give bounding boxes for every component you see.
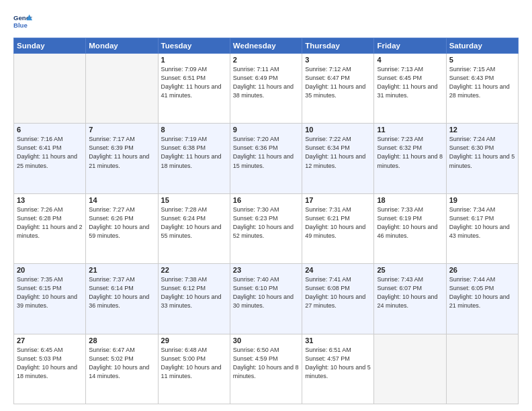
day-number: 17	[305, 196, 371, 204]
day-number: 18	[377, 196, 443, 204]
day-info: Sunrise: 6:50 AM Sunset: 4:59 PM Dayligh…	[233, 346, 299, 381]
day-number: 28	[89, 336, 154, 345]
calendar-table: SundayMondayTuesdayWednesdayThursdayFrid…	[13, 38, 519, 404]
calendar-cell: 1Sunrise: 7:09 AM Sunset: 6:51 PM Daylig…	[158, 54, 230, 124]
day-info: Sunrise: 7:28 AM Sunset: 6:24 PM Dayligh…	[161, 205, 227, 240]
day-number: 30	[233, 336, 299, 345]
day-info: Sunrise: 7:31 AM Sunset: 6:21 PM Dayligh…	[305, 205, 371, 240]
day-info: Sunrise: 7:34 AM Sunset: 6:17 PM Dayligh…	[449, 205, 515, 240]
day-info: Sunrise: 7:41 AM Sunset: 6:08 PM Dayligh…	[305, 275, 371, 310]
calendar-cell: 8Sunrise: 7:19 AM Sunset: 6:38 PM Daylig…	[158, 124, 230, 193]
calendar-cell	[446, 334, 518, 404]
calendar-cell: 29Sunrise: 6:48 AM Sunset: 5:00 PM Dayli…	[158, 334, 230, 404]
weekday-sunday: Sunday	[14, 38, 86, 54]
calendar-cell	[86, 54, 158, 124]
calendar-week-2: 6Sunrise: 7:16 AM Sunset: 6:41 PM Daylig…	[14, 124, 519, 193]
calendar-cell	[374, 334, 446, 404]
day-number: 15	[161, 196, 227, 204]
day-info: Sunrise: 7:15 AM Sunset: 6:43 PM Dayligh…	[449, 65, 515, 100]
calendar-cell	[14, 54, 86, 124]
calendar-cell: 21Sunrise: 7:37 AM Sunset: 6:14 PM Dayli…	[86, 264, 158, 334]
day-info: Sunrise: 7:20 AM Sunset: 6:36 PM Dayligh…	[233, 135, 299, 170]
calendar-cell: 17Sunrise: 7:31 AM Sunset: 6:21 PM Dayli…	[302, 193, 374, 263]
calendar-cell: 3Sunrise: 7:12 AM Sunset: 6:47 PM Daylig…	[302, 54, 374, 124]
calendar-cell: 31Sunrise: 6:51 AM Sunset: 4:57 PM Dayli…	[302, 334, 374, 404]
day-info: Sunrise: 7:22 AM Sunset: 6:34 PM Dayligh…	[305, 135, 371, 170]
day-info: Sunrise: 7:26 AM Sunset: 6:28 PM Dayligh…	[17, 205, 83, 240]
calendar-cell: 7Sunrise: 7:17 AM Sunset: 6:39 PM Daylig…	[86, 124, 158, 193]
day-number: 23	[233, 266, 299, 274]
calendar-week-3: 13Sunrise: 7:26 AM Sunset: 6:28 PM Dayli…	[14, 193, 519, 263]
calendar-cell: 28Sunrise: 6:47 AM Sunset: 5:02 PM Dayli…	[86, 334, 158, 404]
calendar-week-5: 27Sunrise: 6:45 AM Sunset: 5:03 PM Dayli…	[14, 334, 519, 404]
calendar-cell: 24Sunrise: 7:41 AM Sunset: 6:08 PM Dayli…	[302, 264, 374, 334]
day-number: 27	[17, 336, 83, 345]
calendar-cell: 6Sunrise: 7:16 AM Sunset: 6:41 PM Daylig…	[14, 124, 86, 193]
day-number: 7	[89, 126, 154, 134]
day-number: 8	[161, 126, 227, 134]
day-info: Sunrise: 6:45 AM Sunset: 5:03 PM Dayligh…	[17, 346, 83, 381]
day-number: 19	[449, 196, 515, 204]
day-info: Sunrise: 7:12 AM Sunset: 6:47 PM Dayligh…	[305, 65, 371, 100]
day-info: Sunrise: 6:47 AM Sunset: 5:02 PM Dayligh…	[89, 346, 154, 381]
calendar-cell: 18Sunrise: 7:33 AM Sunset: 6:19 PM Dayli…	[374, 193, 446, 263]
day-number: 29	[161, 336, 227, 345]
day-number: 4	[377, 56, 443, 64]
weekday-monday: Monday	[86, 38, 158, 54]
day-number: 12	[449, 126, 515, 134]
calendar-week-1: 1Sunrise: 7:09 AM Sunset: 6:51 PM Daylig…	[14, 54, 519, 124]
day-info: Sunrise: 7:33 AM Sunset: 6:19 PM Dayligh…	[377, 205, 443, 240]
calendar-cell: 5Sunrise: 7:15 AM Sunset: 6:43 PM Daylig…	[446, 54, 518, 124]
day-info: Sunrise: 7:44 AM Sunset: 6:05 PM Dayligh…	[449, 275, 515, 310]
weekday-tuesday: Tuesday	[158, 38, 230, 54]
day-number: 26	[449, 266, 515, 274]
day-number: 31	[305, 336, 371, 345]
day-info: Sunrise: 7:24 AM Sunset: 6:30 PM Dayligh…	[449, 135, 515, 170]
day-info: Sunrise: 7:40 AM Sunset: 6:10 PM Dayligh…	[233, 275, 299, 310]
logo: General Blue	[13, 12, 32, 31]
day-info: Sunrise: 7:35 AM Sunset: 6:15 PM Dayligh…	[17, 275, 83, 310]
weekday-header-row: SundayMondayTuesdayWednesdayThursdayFrid…	[14, 38, 519, 54]
calendar-cell: 15Sunrise: 7:28 AM Sunset: 6:24 PM Dayli…	[158, 193, 230, 263]
calendar-cell: 2Sunrise: 7:11 AM Sunset: 6:49 PM Daylig…	[230, 54, 302, 124]
calendar-cell: 26Sunrise: 7:44 AM Sunset: 6:05 PM Dayli…	[446, 264, 518, 334]
calendar-cell: 13Sunrise: 7:26 AM Sunset: 6:28 PM Dayli…	[14, 193, 86, 263]
header: General Blue	[13, 12, 519, 31]
calendar-cell: 30Sunrise: 6:50 AM Sunset: 4:59 PM Dayli…	[230, 334, 302, 404]
day-number: 5	[449, 56, 515, 64]
day-number: 14	[89, 196, 154, 204]
logo-icon: General Blue	[13, 12, 32, 31]
calendar-cell: 10Sunrise: 7:22 AM Sunset: 6:34 PM Dayli…	[302, 124, 374, 193]
day-info: Sunrise: 7:43 AM Sunset: 6:07 PM Dayligh…	[377, 275, 443, 310]
calendar-cell: 20Sunrise: 7:35 AM Sunset: 6:15 PM Dayli…	[14, 264, 86, 334]
day-number: 24	[305, 266, 371, 274]
day-number: 2	[233, 56, 299, 64]
calendar-cell: 27Sunrise: 6:45 AM Sunset: 5:03 PM Dayli…	[14, 334, 86, 404]
calendar-cell: 16Sunrise: 7:30 AM Sunset: 6:23 PM Dayli…	[230, 193, 302, 263]
day-info: Sunrise: 7:16 AM Sunset: 6:41 PM Dayligh…	[17, 135, 83, 170]
calendar-week-4: 20Sunrise: 7:35 AM Sunset: 6:15 PM Dayli…	[14, 264, 519, 334]
weekday-wednesday: Wednesday	[230, 38, 302, 54]
day-info: Sunrise: 7:23 AM Sunset: 6:32 PM Dayligh…	[377, 135, 443, 170]
day-number: 16	[233, 196, 299, 204]
day-info: Sunrise: 7:38 AM Sunset: 6:12 PM Dayligh…	[161, 275, 227, 310]
day-number: 1	[161, 56, 227, 64]
calendar-cell: 11Sunrise: 7:23 AM Sunset: 6:32 PM Dayli…	[374, 124, 446, 193]
calendar-cell: 4Sunrise: 7:13 AM Sunset: 6:45 PM Daylig…	[374, 54, 446, 124]
weekday-saturday: Saturday	[446, 38, 518, 54]
day-info: Sunrise: 7:30 AM Sunset: 6:23 PM Dayligh…	[233, 205, 299, 240]
day-number: 9	[233, 126, 299, 134]
day-number: 21	[89, 266, 154, 274]
day-info: Sunrise: 7:17 AM Sunset: 6:39 PM Dayligh…	[89, 135, 154, 170]
day-info: Sunrise: 7:37 AM Sunset: 6:14 PM Dayligh…	[89, 275, 154, 310]
svg-text:Blue: Blue	[13, 21, 28, 29]
day-info: Sunrise: 6:48 AM Sunset: 5:00 PM Dayligh…	[161, 346, 227, 381]
calendar-cell: 19Sunrise: 7:34 AM Sunset: 6:17 PM Dayli…	[446, 193, 518, 263]
day-number: 6	[17, 126, 83, 134]
day-number: 25	[377, 266, 443, 274]
day-number: 3	[305, 56, 371, 64]
weekday-friday: Friday	[374, 38, 446, 54]
calendar-cell: 12Sunrise: 7:24 AM Sunset: 6:30 PM Dayli…	[446, 124, 518, 193]
day-info: Sunrise: 7:13 AM Sunset: 6:45 PM Dayligh…	[377, 65, 443, 100]
calendar-cell: 9Sunrise: 7:20 AM Sunset: 6:36 PM Daylig…	[230, 124, 302, 193]
